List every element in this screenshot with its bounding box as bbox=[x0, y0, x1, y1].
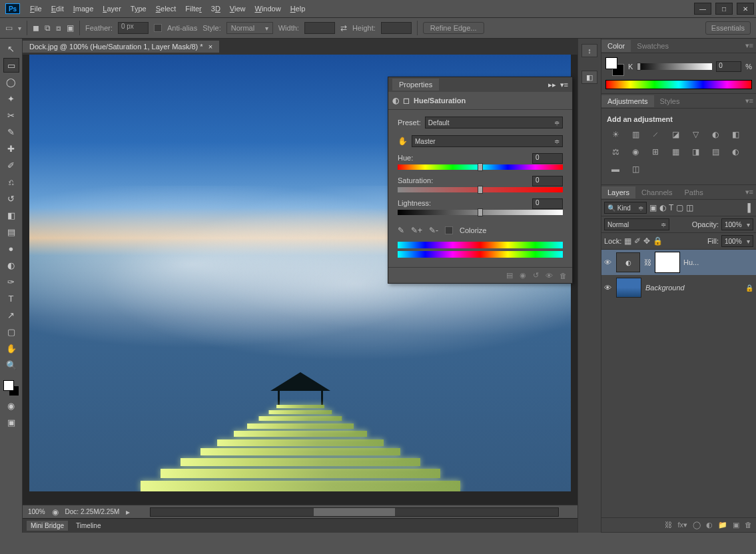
delete-icon[interactable]: 🗑 bbox=[560, 272, 567, 280]
menu-edit[interactable]: Edit bbox=[47, 2, 69, 15]
color-swatches[interactable] bbox=[605, 57, 624, 76]
adj-colorlookup-icon[interactable]: ▦ bbox=[668, 146, 683, 158]
marquee-tool-icon[interactable]: ▭ bbox=[3, 58, 19, 73]
collapse-icon[interactable]: ▸▸ bbox=[548, 81, 556, 89]
visibility-icon[interactable]: 👁 bbox=[604, 284, 612, 292]
tab-adjustments[interactable]: Adjustments bbox=[601, 95, 654, 107]
healing-tool-icon[interactable]: ✚ bbox=[3, 141, 19, 156]
k-value-input[interactable]: 0 bbox=[716, 61, 741, 72]
panel-menu-icon[interactable]: ▾≡ bbox=[739, 39, 756, 52]
menu-filter[interactable]: Filter bbox=[181, 2, 206, 15]
selection-add-icon[interactable]: ⧉ bbox=[45, 23, 51, 33]
move-tool-icon[interactable]: ↖ bbox=[3, 41, 19, 56]
panel-menu-icon[interactable]: ▾≡ bbox=[556, 81, 568, 89]
adj-channelmixer-icon[interactable]: ⊞ bbox=[648, 146, 663, 158]
menu-image[interactable]: Image bbox=[69, 2, 99, 15]
hue-slider[interactable] bbox=[398, 164, 563, 170]
tab-paths[interactable]: Paths bbox=[679, 186, 709, 198]
tab-minibridge[interactable]: Mini Bridge bbox=[27, 521, 68, 531]
adj-invert-icon[interactable]: ◨ bbox=[688, 146, 703, 158]
style-select[interactable]: Normal▾ bbox=[226, 22, 273, 34]
refine-edge-button[interactable]: Refine Edge... bbox=[423, 22, 484, 34]
lock-position-icon[interactable]: ✥ bbox=[643, 236, 650, 246]
fill-input[interactable]: 100%▾ bbox=[721, 235, 753, 247]
saturation-input[interactable]: 0 bbox=[532, 176, 563, 186]
menu-file[interactable]: File bbox=[25, 2, 47, 15]
delete-layer-icon[interactable]: 🗑 bbox=[745, 521, 752, 529]
view-previous-icon[interactable]: ◉ bbox=[520, 271, 526, 280]
k-slider[interactable] bbox=[637, 63, 712, 70]
selection-new-icon[interactable]: ◼ bbox=[33, 23, 39, 33]
menu-help[interactable]: Help bbox=[286, 2, 310, 15]
maximize-button[interactable]: □ bbox=[715, 3, 733, 15]
visibility-icon[interactable]: 👁 bbox=[604, 258, 612, 266]
history-panel-icon[interactable]: ↕ bbox=[581, 44, 597, 57]
mask-type-icon[interactable]: ◻ bbox=[403, 96, 410, 105]
workspace-button[interactable]: Essentials bbox=[705, 21, 751, 35]
zoom-display[interactable]: 100% bbox=[28, 508, 45, 515]
eyedropper-icon[interactable]: ✎ bbox=[398, 226, 404, 235]
eyedropper-add-icon[interactable]: ✎+ bbox=[411, 226, 422, 235]
channel-select[interactable]: Master≑ bbox=[412, 135, 563, 147]
doc-size-display[interactable]: Doc: 2.25M/2.25M bbox=[65, 508, 120, 515]
adj-gradientmap-icon[interactable]: ▬ bbox=[608, 163, 623, 175]
adj-vibrance-icon[interactable]: ▽ bbox=[688, 129, 703, 140]
path-tool-icon[interactable]: ↗ bbox=[3, 308, 19, 322]
minimize-button[interactable]: — bbox=[694, 3, 711, 15]
new-layer-icon[interactable]: ▣ bbox=[733, 521, 739, 529]
saturation-slider[interactable] bbox=[398, 187, 563, 192]
menu-view[interactable]: View bbox=[225, 2, 250, 15]
feather-input[interactable]: 0 px bbox=[118, 22, 149, 34]
fx-icon[interactable]: fx▾ bbox=[677, 521, 687, 529]
opacity-input[interactable]: 100%▾ bbox=[721, 218, 753, 230]
filter-type-icon[interactable]: T bbox=[669, 203, 673, 212]
shape-tool-icon[interactable]: ▢ bbox=[3, 324, 19, 339]
clip-to-layer-icon[interactable]: ▤ bbox=[506, 271, 513, 280]
adj-photofilter-icon[interactable]: ◉ bbox=[628, 146, 643, 158]
pen-tool-icon[interactable]: ✑ bbox=[3, 274, 19, 289]
filter-smartobj-icon[interactable]: ◫ bbox=[686, 203, 693, 212]
hand-tool-icon[interactable]: ✋ bbox=[3, 341, 19, 356]
horizontal-scrollbar[interactable] bbox=[150, 507, 559, 517]
screenmode-icon[interactable]: ▣ bbox=[3, 415, 19, 429]
blur-tool-icon[interactable]: ● bbox=[3, 241, 19, 256]
crop-tool-icon[interactable]: ✂ bbox=[3, 108, 19, 123]
layer-item[interactable]: 👁 ◐ ⛓ Hu... bbox=[601, 250, 756, 275]
adj-selectivecolor-icon[interactable]: ◫ bbox=[628, 163, 643, 175]
marquee-tool-icon[interactable]: ▭ bbox=[5, 23, 13, 33]
adj-posterize-icon[interactable]: ▤ bbox=[708, 146, 723, 158]
eraser-tool-icon[interactable]: ◧ bbox=[3, 208, 19, 222]
tab-color[interactable]: Color bbox=[601, 40, 631, 52]
filter-pixel-icon[interactable]: ▣ bbox=[649, 203, 657, 212]
layer-filter-select[interactable]: 🔍 Kind≑ bbox=[604, 202, 647, 214]
lightness-slider[interactable] bbox=[398, 210, 563, 215]
status-icon[interactable]: ◉ bbox=[52, 507, 59, 517]
close-tab-icon[interactable]: × bbox=[208, 43, 212, 51]
foreground-background-swatch[interactable] bbox=[3, 380, 19, 396]
tab-channels[interactable]: Channels bbox=[635, 186, 678, 198]
hue-input[interactable]: 0 bbox=[532, 153, 563, 164]
close-button[interactable]: ✕ bbox=[737, 3, 754, 15]
type-tool-icon[interactable]: T bbox=[3, 291, 19, 306]
adj-hue-icon[interactable]: ◐ bbox=[708, 129, 723, 140]
tab-layers[interactable]: Layers bbox=[601, 186, 635, 198]
adj-exposure-icon[interactable]: ◪ bbox=[668, 129, 683, 140]
layer-name[interactable]: Hu... bbox=[683, 258, 753, 266]
lock-all-icon[interactable]: 🔒 bbox=[653, 236, 663, 246]
adjustment-layer-icon[interactable]: ◐ bbox=[706, 521, 713, 529]
dodge-tool-icon[interactable]: ◐ bbox=[3, 258, 19, 272]
tab-properties[interactable]: Properties bbox=[392, 79, 439, 91]
panel-menu-icon[interactable]: ▾≡ bbox=[739, 95, 756, 107]
mask-icon[interactable]: ◯ bbox=[693, 521, 701, 529]
gradient-tool-icon[interactable]: ▤ bbox=[3, 224, 19, 239]
adj-levels-icon[interactable]: ▥ bbox=[628, 129, 643, 140]
document-tab[interactable]: Dock.jpg @ 100% (Hue/Saturation 1, Layer… bbox=[23, 41, 219, 53]
color-spectrum[interactable] bbox=[605, 80, 752, 89]
menu-layer[interactable]: Layer bbox=[98, 2, 126, 15]
adj-curves-icon[interactable]: ⟋ bbox=[648, 129, 663, 140]
selection-subtract-icon[interactable]: ⧈ bbox=[56, 23, 61, 33]
eyedropper-sub-icon[interactable]: ✎- bbox=[429, 226, 438, 235]
quickmask-icon[interactable]: ◉ bbox=[3, 398, 19, 413]
panel-menu-icon[interactable]: ▾≡ bbox=[739, 186, 756, 198]
group-icon[interactable]: 📁 bbox=[718, 521, 727, 529]
